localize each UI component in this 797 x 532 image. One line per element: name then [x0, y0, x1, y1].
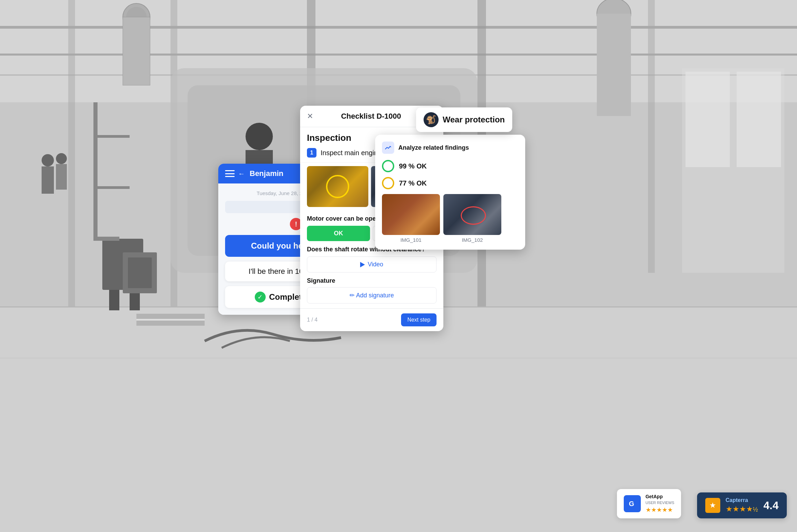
getapp-stars: ★★★★★: [646, 506, 674, 514]
close-icon[interactable]: ✕: [307, 112, 313, 121]
next-step-button[interactable]: Next step: [401, 313, 437, 326]
capterra-stars: ★★★★½: [726, 505, 758, 514]
result-img-1-label: IMG_101: [382, 237, 440, 243]
wear-protection-text: Wear protection: [443, 115, 505, 124]
getapp-badge: G GetApp USER REVIEWS ★★★★★: [617, 489, 681, 518]
analysis-panel: Analyze related findings 99 % OK 77 % OK…: [375, 135, 525, 250]
menu-icon[interactable]: [225, 170, 235, 177]
capterra-icon: ★: [705, 498, 720, 513]
getapp-subtitle: USER REVIEWS: [646, 501, 674, 505]
stat-row-1: 99 % OK: [382, 160, 518, 172]
video-button[interactable]: Video: [307, 256, 437, 272]
capterra-title: Capterra: [726, 497, 758, 503]
play-icon: [360, 262, 365, 267]
getapp-info: GetApp USER REVIEWS ★★★★★: [646, 494, 674, 514]
stat-circle-green: [382, 160, 394, 172]
engine-image-1: [307, 166, 368, 207]
result-image-1: [382, 194, 440, 235]
capterra-info: Capterra ★★★★½: [726, 497, 758, 514]
capterra-star-icon: ★: [709, 501, 716, 510]
chart-icon: [382, 142, 394, 154]
stat-row-2: 77 % OK: [382, 177, 518, 189]
capterra-half-star: ½: [753, 506, 758, 513]
stat-label-2: 77 % OK: [399, 179, 427, 187]
result-image-2-container: IMG_102: [443, 194, 501, 243]
item-number: 1: [307, 148, 316, 158]
getapp-icon: G: [624, 495, 641, 512]
page-indicator: 1 / 4: [307, 317, 318, 323]
result-image-2: [443, 194, 501, 235]
add-signature-button[interactable]: ✏ Add signature: [307, 287, 437, 304]
completed-icon: ✓: [255, 292, 266, 302]
svg-text:G: G: [629, 500, 634, 507]
capterra-badge: ★ Capterra ★★★★½ 4.4: [697, 492, 787, 518]
checklist-footer: 1 / 4 Next step: [300, 308, 443, 331]
back-icon[interactable]: ←: [238, 170, 245, 178]
wear-protection-badge: 🐒 Wear protection: [416, 107, 512, 132]
ui-container: 🐒 Wear protection ← Benjamin Tuesday, Ju…: [0, 0, 797, 532]
result-images-row: IMG_101 IMG_102: [382, 194, 518, 243]
signature-label: Signature: [307, 277, 437, 284]
analyze-text: Analyze related findings: [398, 144, 469, 151]
ok-button[interactable]: OK: [307, 226, 370, 241]
result-img-2-label: IMG_102: [443, 237, 501, 243]
stat-label-1: 99 % OK: [399, 162, 427, 170]
stat-circle-yellow: [382, 177, 394, 189]
wear-icon: 🐒: [424, 112, 439, 127]
capterra-rating: 4.4: [764, 499, 779, 512]
result-image-1-container: IMG_101: [382, 194, 440, 243]
checklist-title: Checklist D-1000: [341, 112, 401, 121]
analyze-row: Analyze related findings: [382, 142, 518, 154]
getapp-title: GetApp: [646, 494, 674, 499]
